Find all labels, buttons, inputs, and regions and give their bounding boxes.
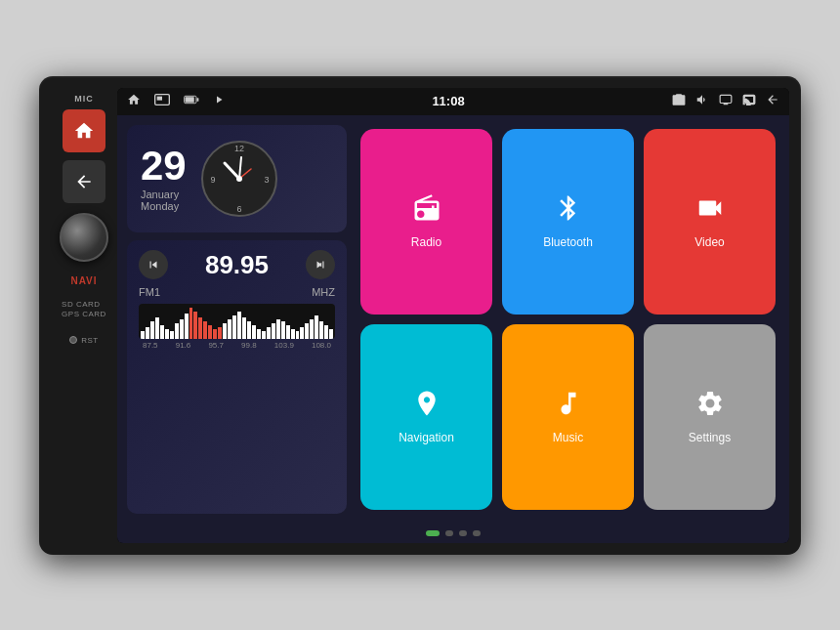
sd-card-label: SD CARD bbox=[62, 300, 101, 309]
radio-icon bbox=[412, 193, 441, 230]
spectrum-bar-21 bbox=[242, 317, 246, 339]
screen-status-icon bbox=[719, 94, 733, 108]
svg-rect-3 bbox=[186, 97, 194, 103]
back-button[interactable] bbox=[63, 160, 105, 203]
card-labels: SD CARD GPS CARD bbox=[62, 300, 106, 318]
date-section: 29 January Monday bbox=[141, 146, 187, 212]
spectrum-bar-27 bbox=[272, 323, 275, 339]
app-navigation[interactable]: Navigation bbox=[360, 324, 492, 510]
app-label-radio: Radio bbox=[411, 235, 441, 249]
navigation-icon bbox=[412, 389, 441, 425]
home-button[interactable] bbox=[63, 109, 105, 152]
battery-status-icon bbox=[184, 94, 199, 108]
spectrum-bar-16 bbox=[218, 327, 222, 339]
spectrum-bar-22 bbox=[247, 321, 251, 339]
spectrum-bar-37 bbox=[319, 321, 323, 339]
volume-knob[interactable] bbox=[60, 213, 108, 262]
spectrum-bar-34 bbox=[305, 323, 309, 339]
app-settings[interactable]: Settings bbox=[644, 324, 776, 510]
app-radio[interactable]: Radio bbox=[360, 129, 492, 315]
spectrum-bar-31 bbox=[291, 329, 295, 339]
spectrum-bar-30 bbox=[286, 325, 290, 339]
screen: 11:08 bbox=[117, 88, 789, 543]
svg-text:9: 9 bbox=[210, 175, 215, 185]
svg-text:12: 12 bbox=[234, 144, 244, 153]
spectrum-bar-12 bbox=[198, 317, 202, 339]
spectrum-bars bbox=[139, 304, 335, 339]
spectrum-bar-15 bbox=[213, 329, 217, 339]
navi-label: NAVI bbox=[70, 275, 97, 286]
spectrum-bar-7 bbox=[175, 323, 179, 339]
settings-icon bbox=[695, 389, 725, 425]
spectrum-bar-8 bbox=[180, 319, 184, 339]
widgets-area: 29 January Monday 12 3 6 9 bbox=[127, 125, 347, 514]
play-status-icon bbox=[213, 94, 225, 108]
radio-unit: MHZ bbox=[312, 286, 335, 298]
spectrum-label-1: 91.6 bbox=[176, 341, 191, 350]
svg-rect-4 bbox=[197, 98, 199, 102]
spectrum-bar-13 bbox=[203, 321, 207, 339]
app-video[interactable]: Video bbox=[644, 129, 776, 315]
app-label-navigation: Navigation bbox=[399, 431, 454, 444]
volume-status-icon bbox=[695, 93, 709, 109]
spectrum-bar-9 bbox=[185, 314, 189, 339]
spectrum-bar-10 bbox=[189, 308, 193, 339]
bottom-dots bbox=[117, 524, 789, 543]
spectrum-bar-3 bbox=[155, 317, 159, 339]
stereo-housing: MIC NAVI SD CARD GPS CARD RST bbox=[39, 76, 801, 555]
spectrum-label-2: 95.7 bbox=[208, 341, 224, 350]
back-status-icon bbox=[766, 93, 779, 109]
radio-controls: 89.95 bbox=[139, 250, 335, 280]
app-label-bluetooth: Bluetooth bbox=[543, 235, 593, 249]
date-day: 29 bbox=[141, 146, 187, 187]
main-content: 29 January Monday 12 3 6 9 bbox=[117, 115, 789, 524]
datetime-widget: 29 January Monday 12 3 6 9 bbox=[127, 125, 347, 232]
spectrum-bar-11 bbox=[193, 312, 197, 339]
home-status-icon bbox=[127, 93, 141, 109]
radio-band-row: FM1 MHZ bbox=[139, 286, 335, 298]
radio-next-button[interactable] bbox=[306, 250, 335, 279]
date-month: January bbox=[141, 189, 179, 200]
dot-1 bbox=[426, 530, 440, 536]
spectrum-bar-24 bbox=[257, 329, 261, 339]
spectrum-labels: 87.591.695.799.8103.9108.0 bbox=[139, 339, 335, 350]
analog-clock: 12 3 6 9 bbox=[200, 140, 278, 218]
cast-status-icon bbox=[742, 94, 756, 108]
spectrum-label-3: 99.8 bbox=[241, 341, 257, 350]
status-bar: 11:08 bbox=[117, 88, 789, 115]
bluetooth-icon bbox=[554, 193, 583, 230]
status-bar-left bbox=[127, 93, 225, 109]
spectrum-bar-26 bbox=[267, 327, 271, 339]
status-time: 11:08 bbox=[432, 94, 464, 108]
dot-4 bbox=[473, 530, 481, 536]
spectrum-bar-36 bbox=[315, 315, 318, 339]
radio-widget: 89.95 FM1 MHZ 87.591.695.799.8103.9108.0 bbox=[127, 240, 347, 514]
app-grid: RadioBluetoothVideoNavigationMusicSettin… bbox=[357, 125, 779, 514]
spectrum-bar-25 bbox=[262, 331, 266, 339]
spectrum-bar-29 bbox=[281, 321, 285, 339]
left-panel: MIC NAVI SD CARD GPS CARD RST bbox=[51, 88, 117, 543]
app-bluetooth[interactable]: Bluetooth bbox=[502, 129, 634, 315]
spectrum-bar-33 bbox=[300, 327, 304, 339]
spectrum-bar-20 bbox=[237, 312, 241, 339]
rst-label: RST bbox=[69, 336, 99, 345]
music-icon bbox=[554, 389, 583, 425]
app-label-settings: Settings bbox=[689, 431, 731, 444]
spectrum-bar-14 bbox=[208, 325, 212, 339]
spectrum-label-0: 87.5 bbox=[143, 341, 158, 350]
svg-rect-5 bbox=[720, 95, 732, 103]
rst-dot bbox=[69, 336, 77, 344]
app-music[interactable]: Music bbox=[502, 324, 634, 510]
date-weekday: Monday bbox=[141, 200, 179, 212]
dot-2 bbox=[445, 530, 453, 536]
gps-card-label: GPS CARD bbox=[62, 310, 106, 318]
svg-text:3: 3 bbox=[264, 175, 269, 185]
radio-frequency: 89.95 bbox=[205, 250, 269, 280]
radio-prev-button[interactable] bbox=[139, 250, 168, 279]
spectrum-bar-23 bbox=[252, 325, 256, 339]
spectrum-label-5: 108.0 bbox=[312, 341, 331, 350]
svg-rect-1 bbox=[157, 97, 162, 101]
spectrum-bar-5 bbox=[165, 329, 169, 339]
spectrum-bar-2 bbox=[150, 321, 154, 339]
spectrum-bar-0 bbox=[141, 331, 145, 339]
